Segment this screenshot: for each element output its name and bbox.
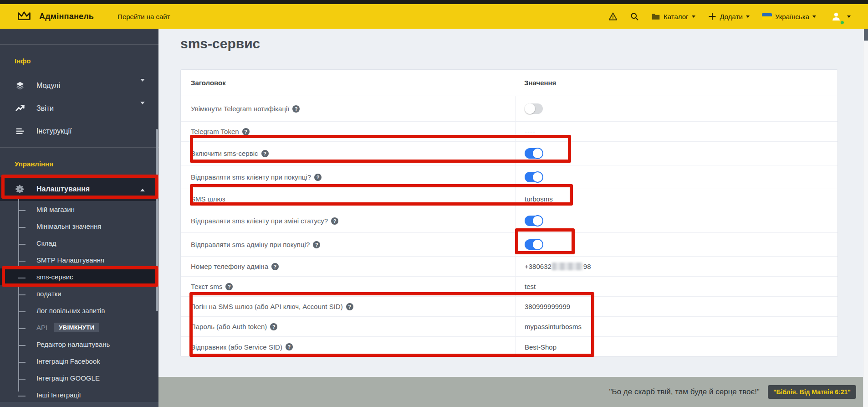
divider [0,147,158,148]
brush-icon [15,29,24,30]
help-icon[interactable]: ? [286,343,293,350]
sidebar-item-instructions[interactable]: Інстурукції [0,120,158,143]
catalog-label: Каталог [664,13,689,21]
table-row: Текст sms? test [181,277,837,297]
sidebar-subitem-my-shop[interactable]: Мій магазин [0,201,158,218]
sms-admin-purchase-toggle[interactable] [525,239,543,250]
plus-icon [708,12,717,21]
help-icon[interactable]: ? [331,217,338,225]
catalog-menu[interactable]: Каталог [651,12,695,21]
online-status-dot [840,21,844,25]
api-enable-badge[interactable]: УВІМКНУТИ [54,323,99,332]
table-row: Номер телефону адміна? +38063298 [181,257,837,277]
sidebar-subitem-facebook[interactable]: Інтеграція Facebook [0,353,158,370]
page-title: sms-сервис [180,36,260,52]
gateway-password-value: mypassinturbosms [525,323,582,330]
help-icon[interactable]: ? [270,323,277,330]
sidebar-item-label: Налаштування [36,185,90,193]
sidebar-item-settings[interactable]: Налаштування [0,177,158,201]
chevron-down-icon [140,104,145,113]
chevron-down-icon [692,15,695,18]
redacted-phone-blur [552,263,583,270]
column-header-label: Заголовок [181,79,515,87]
sidebar-subitem-slow-queries-log[interactable]: Лог повільних запитів [0,302,158,319]
sidebar-subitem-sms-service[interactable]: sms-сервис [0,268,158,285]
language-label: Українська [775,13,809,21]
sidebar-subitem-warehouse[interactable]: Склад [0,235,158,252]
column-header-value: Значення [515,79,837,87]
trend-chart-icon [15,103,26,113]
sidebar-item-clipped[interactable]: Контент [0,29,158,37]
sidebar-item-label: Модулі [36,82,60,90]
sidebar-subitem-min-values[interactable]: Мінімальні значення [0,218,158,235]
sms-service-toggle[interactable] [525,148,543,159]
table-row: Відправляти sms клієнту при покупці?? [181,165,837,189]
admin-phone-value: +38063298 [525,263,591,270]
table-row: Відправляти sms адміну при покупці?? [181,233,837,257]
folder-icon [651,12,660,21]
help-icon[interactable]: ? [225,283,233,290]
sms-gateway-value: turbosms [525,195,553,203]
page-scrollbar-thumb[interactable] [864,29,868,41]
sms-client-status-toggle[interactable] [525,216,543,226]
sidebar: Контент Інфо Модулі Звіти [0,29,158,407]
sidebar-subitem-google[interactable]: Інтеграція GOOGLE [0,370,158,386]
top-bar: Адмінпанель Перейти на сайт Каталог [0,0,868,29]
table-row: Логін на SMS шлюз (або API ключ, Account… [181,297,837,317]
bible-reference-badge: "Біблія. Від Матвія 6:21" [768,385,856,399]
sidebar-subitem-smtp[interactable]: SMTP Налаштування [0,252,158,268]
help-icon[interactable]: ? [261,150,269,157]
table-row: Пароль (або Auth token)? mypassinturbosm… [181,317,837,337]
page-scrollbar[interactable] [863,29,868,407]
help-icon[interactable]: ? [292,105,300,113]
chevron-down-icon [140,82,145,90]
table-row: SMS шлюз turbosms [181,189,837,209]
sidebar-subitem-settings-editor[interactable]: Редактор налаштувань [0,336,158,353]
sidebar-item-reports[interactable]: Звіти [0,97,158,120]
chevron-down-icon [746,15,750,18]
goto-site-link[interactable]: Перейти на сайт [117,13,170,21]
table-header: Заголовок Значення [181,70,837,96]
sidebar-subitem-other-integrations[interactable]: Інші Інтеграції [0,386,158,403]
help-icon[interactable]: ? [271,263,279,270]
list-icon [15,126,26,136]
warning-icon[interactable] [608,12,618,21]
chevron-down-icon [847,15,851,18]
help-icon[interactable]: ? [314,174,322,181]
language-menu[interactable]: Українська [762,13,816,21]
sidebar-subitem-taxes[interactable]: податки [0,285,158,302]
app-title: Адмінпанель [39,12,94,21]
section-header-info: Інфо [15,57,158,65]
help-icon[interactable]: ? [313,241,320,248]
section-header-manage: Управління [15,160,158,168]
table-row: Увімкнути Telegram нотифікації? [181,96,837,122]
sms-client-purchase-toggle[interactable] [525,172,543,182]
table-row: Відправляти sms клієнту при зміні статус… [181,209,837,233]
telegram-notifications-toggle[interactable] [525,103,543,114]
table-row: Telegram Token? ---- [181,122,837,142]
gateway-login-value: 380999999999 [525,303,570,310]
gear-icon [15,184,26,194]
sidebar-item-modules[interactable]: Модулі [0,74,158,97]
footer-quote: "Бо де скарб твій, там буде й серце твоє… [609,387,760,397]
search-icon[interactable] [630,12,639,21]
sidebar-bottom-item-sliver [0,402,158,407]
sidebar-scrollbar[interactable] [156,129,158,311]
settings-table: Заголовок Значення Увімкнути Telegram но… [180,69,838,357]
main-content: sms-сервис Заголовок Значення Увімкнути … [158,29,868,407]
settings-submenu: Мій магазин Мінімальні значення Склад SM… [0,201,158,403]
divider [0,44,158,45]
sidebar-subitem-api[interactable]: API УВІМКНУТИ [0,319,158,336]
sender-value: Best-Shop [525,343,557,351]
sidebar-item-label: Інстурукції [36,127,72,135]
help-icon[interactable]: ? [346,303,353,310]
user-menu[interactable] [828,9,851,24]
table-row: Включити sms-сервіс? [181,142,837,165]
add-menu[interactable]: Додати [708,12,750,21]
chevron-down-icon [812,15,816,18]
sms-text-value: test [525,283,536,290]
add-label: Додати [720,13,743,21]
footer: "Бо де скарб твій, там буде й серце твоє… [158,377,868,407]
chevron-up-icon [140,185,145,193]
help-icon[interactable]: ? [242,128,250,135]
